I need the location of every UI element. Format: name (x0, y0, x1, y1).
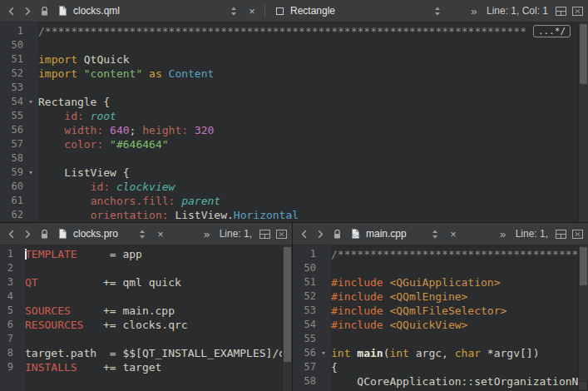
code-line: 56▾int main(int argc, char *argv[]) (293, 346, 588, 360)
close-document-button[interactable]: × (153, 225, 168, 242)
open-document-selector[interactable]: clocks.pro (53, 225, 151, 243)
fold-marker (316, 332, 331, 346)
code-line: 7 (0, 332, 292, 346)
code-token (84, 110, 91, 122)
code-line: 58 (0, 151, 588, 166)
code-text: orientation: ListView.Horizontal (38, 208, 299, 222)
back-button[interactable] (3, 2, 18, 19)
open-document-selector[interactable]: clocks.qml (53, 2, 243, 20)
code-token: #include (331, 319, 383, 331)
scrollbar-thumb[interactable] (580, 24, 587, 84)
code-text: { (331, 360, 338, 374)
forward-button[interactable] (20, 225, 35, 242)
document-dropdown-icon[interactable] (427, 225, 442, 242)
document-dropdown-icon[interactable] (226, 2, 241, 19)
code-text: ListView { (38, 166, 130, 180)
code-line: 53 (0, 81, 588, 95)
code-token: int (331, 347, 350, 359)
back-button[interactable] (3, 225, 18, 242)
line-number: 54 (0, 95, 23, 109)
code-editor-pro[interactable]: 1TEMPLATE = app23QT += qml quick45SOURCE… (0, 245, 292, 391)
fold-marker[interactable]: ▾ (23, 166, 38, 180)
code-line: 1/**************************************… (0, 24, 588, 38)
vertical-scrollbar[interactable] (578, 245, 588, 391)
code-line: 8target.path = $$[QT_INSTALL_EXAMPLES]/d… (0, 346, 292, 360)
code-token: color: (64, 138, 103, 151)
code-text: anchors.fill: parent (38, 194, 220, 208)
vertical-scrollbar[interactable] (282, 245, 292, 391)
lock-icon[interactable] (329, 225, 344, 242)
fold-marker (316, 318, 331, 332)
scrollbar-thumb[interactable] (284, 247, 291, 362)
close-split-icon[interactable] (570, 2, 585, 19)
split-editor-icon[interactable] (553, 2, 568, 19)
code-editor-qml[interactable]: 1/**************************************… (0, 22, 588, 222)
code-token: #include (331, 304, 383, 317)
fold-marker (316, 261, 331, 275)
open-document-name[interactable]: clocks.pro (73, 228, 118, 240)
line-number: 56 (293, 346, 316, 360)
code-token: as (149, 67, 162, 80)
line-number: 6 (0, 318, 13, 332)
code-token: Horizontal (234, 209, 299, 221)
scrollbar-thumb[interactable] (580, 247, 587, 285)
fold-marker (23, 208, 38, 222)
symbol-dropdown-icon[interactable] (430, 2, 445, 19)
forward-button[interactable] (313, 225, 328, 242)
code-text: import "content" as Content (38, 67, 214, 81)
pro-file-icon (55, 225, 70, 242)
close-document-button[interactable]: × (245, 2, 259, 19)
close-document-button[interactable]: × (446, 225, 461, 242)
fold-marker[interactable]: ▾ (23, 95, 38, 109)
close-split-icon[interactable] (274, 225, 289, 242)
line-number: 60 (0, 180, 23, 194)
overflow-chevron[interactable]: » (467, 2, 482, 19)
open-document-selector[interactable]: C++ main.cpp (346, 225, 444, 243)
back-button[interactable] (296, 225, 311, 242)
forward-button[interactable] (20, 2, 35, 19)
symbol-selector[interactable]: Rectangle (270, 2, 447, 20)
code-token: QtQuick (77, 53, 130, 66)
fold-marker (23, 38, 38, 52)
code-line: 61 anchors.fill: parent (0, 194, 588, 208)
code-token (38, 124, 64, 136)
folded-comment-badge[interactable]: ...*/ (533, 25, 571, 37)
overflow-chevron[interactable]: » (200, 225, 215, 242)
code-token: 320 (195, 124, 214, 136)
open-document-name[interactable]: clocks.qml (73, 5, 120, 17)
fold-marker (13, 290, 25, 304)
line-number: 58 (293, 374, 316, 389)
code-text: Rectangle { (38, 95, 110, 109)
fold-marker[interactable]: ▾ (316, 346, 331, 360)
document-dropdown-icon[interactable] (135, 225, 150, 242)
code-token (103, 124, 110, 136)
lock-icon[interactable] (37, 225, 52, 242)
split-editor-icon[interactable] (257, 225, 272, 242)
line-number: 55 (293, 332, 316, 346)
lock-icon[interactable] (37, 2, 52, 19)
line-number: 56 (0, 123, 23, 137)
fold-marker (23, 151, 38, 166)
fold-marker (23, 24, 38, 38)
close-split-icon[interactable] (570, 225, 585, 242)
fold-marker (13, 304, 25, 318)
line-number: 53 (0, 81, 23, 95)
split-editor-icon[interactable] (553, 225, 568, 242)
code-line: 51#include <QGuiApplication> (293, 275, 588, 290)
editor-pane-bottom-right: C++ main.cpp × » Line: 1, (293, 223, 588, 391)
code-token (38, 181, 91, 193)
symbol-name[interactable]: Rectangle (290, 5, 335, 17)
overflow-chevron[interactable]: » (496, 225, 511, 242)
line-number: 62 (0, 208, 23, 222)
fold-marker (316, 247, 331, 261)
fold-marker (23, 123, 38, 137)
code-line: 3QT += qml quick (0, 275, 292, 290)
code-token: += qml quick (38, 276, 181, 289)
open-document-name[interactable]: main.cpp (366, 228, 407, 240)
vertical-scrollbar[interactable] (578, 22, 588, 222)
code-editor-cpp[interactable]: 1/**************************************… (293, 245, 588, 391)
scrollbar-corner[interactable] (578, 381, 588, 391)
line-number: 1 (293, 247, 316, 261)
line-number: 2 (0, 261, 13, 275)
qml-file-icon (55, 2, 70, 19)
